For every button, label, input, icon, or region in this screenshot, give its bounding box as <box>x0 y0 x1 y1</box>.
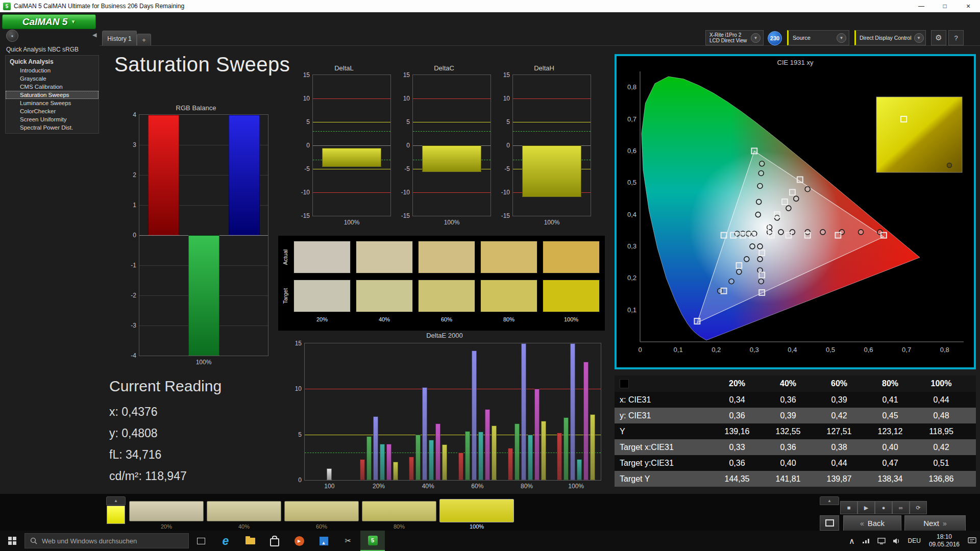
pattern-button-60%[interactable] <box>284 501 359 521</box>
de-group-label: 80% <box>521 483 533 490</box>
chevron-down-icon[interactable]: ▼ <box>751 33 761 43</box>
cell-value: 0,33 <box>712 443 763 452</box>
zero-line <box>313 145 390 146</box>
expand-left-tab[interactable]: ▲ <box>106 496 126 505</box>
de-bar <box>442 444 447 480</box>
cie-1931-panel[interactable]: CIE 1931 xy 00,10,20,30,40,50,60,70,80,1… <box>615 54 976 369</box>
sidebar-item-luminance-sweeps[interactable]: Luminance Sweeps <box>6 99 99 107</box>
x-tick-label: 0,2 <box>712 346 721 354</box>
battery-icon[interactable] <box>859 531 874 551</box>
settings-button[interactable]: ⚙ <box>931 30 946 45</box>
pattern-label-80%: 80% <box>362 523 436 530</box>
target-point <box>805 233 811 238</box>
cell-value: 0,40 <box>763 459 814 468</box>
record-button[interactable]: ● <box>875 501 892 514</box>
close-button[interactable]: × <box>957 0 980 12</box>
sidebar-item-saturation-sweeps[interactable]: Saturation Sweeps <box>6 91 99 99</box>
ref-line-red <box>413 98 491 99</box>
windows-taskbar: Web und Windows durchsuchen e ▶ ▲ ✂ 5 ∧ … <box>0 531 980 551</box>
ref-line-red <box>413 192 491 193</box>
refresh-button[interactable]: ⟳ <box>910 501 927 514</box>
measured-point <box>760 161 765 166</box>
tab-history[interactable]: History 1 <box>102 31 137 46</box>
measured-point <box>820 230 825 235</box>
y-tick-label: -5 <box>504 165 510 172</box>
meter-name: X-Rite i1Pro 2 <box>709 32 748 38</box>
y-tick-label: -10 <box>501 189 510 196</box>
store-button[interactable] <box>262 531 287 551</box>
reading-x: x: 0,4376 <box>109 405 222 419</box>
y-tick-label: 1 <box>133 202 136 209</box>
sidebar-item-colorchecker[interactable]: ColorChecker <box>6 107 99 115</box>
expand-right-tab[interactable]: ▲ <box>820 496 839 505</box>
pattern-button-20%[interactable] <box>129 501 204 521</box>
snipping-tool-button[interactable]: ✂ <box>336 531 360 551</box>
x-tick-label: 0,6 <box>864 346 873 354</box>
y-tick-label: -15 <box>501 212 510 219</box>
language-indicator[interactable]: DEU <box>904 531 924 551</box>
edge-browser-button[interactable]: e <box>213 531 238 551</box>
stop-button[interactable]: ■ <box>840 501 857 514</box>
sidebar-item-spectral-power-dist[interactable]: Spectral Power Dist. <box>6 123 99 132</box>
pattern-button-40%[interactable] <box>207 501 281 521</box>
de-bar <box>380 444 385 480</box>
blue-bar <box>229 115 260 235</box>
source-dropdown[interactable]: Source ▼ <box>787 30 849 45</box>
sidebar-collapse-icon[interactable]: ◀ <box>92 32 96 38</box>
target-point <box>786 233 791 238</box>
next-button[interactable]: Next » <box>904 515 966 531</box>
sidebar-item-screen-uniformity[interactable]: Screen Uniformity <box>6 115 99 123</box>
ref-line-green <box>513 131 591 132</box>
media-app-button[interactable]: ▶ <box>287 531 311 551</box>
cell-value: 139,16 <box>712 427 763 436</box>
y-tick-label: 0 <box>298 477 302 484</box>
volume-icon[interactable] <box>889 531 904 551</box>
sidebar-item-introduction[interactable]: Introduction <box>6 66 99 74</box>
y-tick-label: -2 <box>131 292 136 299</box>
target-point <box>751 148 757 154</box>
y-tick-label: 10 <box>303 95 310 102</box>
sidebar-item-cms-calibration[interactable]: CMS Calibration <box>6 83 99 91</box>
network-icon[interactable] <box>874 531 889 551</box>
current-pattern-swatch[interactable] <box>107 506 125 524</box>
calman-taskbar-button[interactable]: 5 <box>360 531 385 551</box>
swatch-col-label: 40% <box>356 316 413 322</box>
loop-button[interactable]: ∞ <box>892 501 910 514</box>
de-bar <box>570 343 575 480</box>
cell-value: 0,42 <box>814 411 865 420</box>
tray-expand-button[interactable]: ∧ <box>845 531 859 551</box>
nav-back-button[interactable]: ● <box>6 30 18 42</box>
photos-app-button[interactable]: ▲ <box>311 531 336 551</box>
start-button[interactable] <box>0 531 24 551</box>
help-button[interactable]: ? <box>948 30 964 45</box>
play-button[interactable]: ▶ <box>857 501 875 514</box>
maximize-button[interactable]: □ <box>933 0 957 12</box>
file-explorer-button[interactable] <box>238 531 262 551</box>
pattern-button-80%[interactable] <box>362 501 436 521</box>
y-tick-label: 15 <box>503 71 510 79</box>
y-tick-label: -3 <box>131 322 136 329</box>
sidebar-item-grayscale[interactable]: Grayscale <box>6 74 99 83</box>
actual-swatch-80% <box>480 241 537 273</box>
clock[interactable]: 18:10 09.05.2016 <box>924 533 964 548</box>
taskbar-search-input[interactable]: Web und Windows durchsuchen <box>24 533 189 548</box>
cell-value: 0,48 <box>916 411 967 420</box>
sidebar-root-quick-analysis[interactable]: Quick Analysis <box>6 57 99 66</box>
meter-dropdown[interactable]: X-Rite i1Pro 2 LCD Direct View ▼ <box>705 30 764 45</box>
minimize-button[interactable]: — <box>910 0 933 12</box>
cell-value: 0,38 <box>814 443 865 452</box>
calman-logo[interactable]: CalMAN 5 ▼ <box>2 14 96 29</box>
row-label: Target y:CIE31 <box>615 459 712 468</box>
task-view-button[interactable] <box>189 531 213 551</box>
target-swatch-40% <box>356 280 413 312</box>
pattern-label-40%: 40% <box>207 523 281 530</box>
pattern-window-button[interactable] <box>820 515 839 531</box>
tab-add-button[interactable]: + <box>137 34 151 46</box>
chevron-down-icon[interactable]: ▼ <box>837 33 846 43</box>
display-control-dropdown[interactable]: Direct Display Control ▼ <box>854 30 926 45</box>
back-button[interactable]: « Back <box>843 515 901 531</box>
pattern-button-100%[interactable] <box>439 499 514 522</box>
notification-center-button[interactable] <box>964 531 980 551</box>
cell-value: 0,39 <box>814 395 865 405</box>
chevron-down-icon[interactable]: ▼ <box>914 33 924 43</box>
